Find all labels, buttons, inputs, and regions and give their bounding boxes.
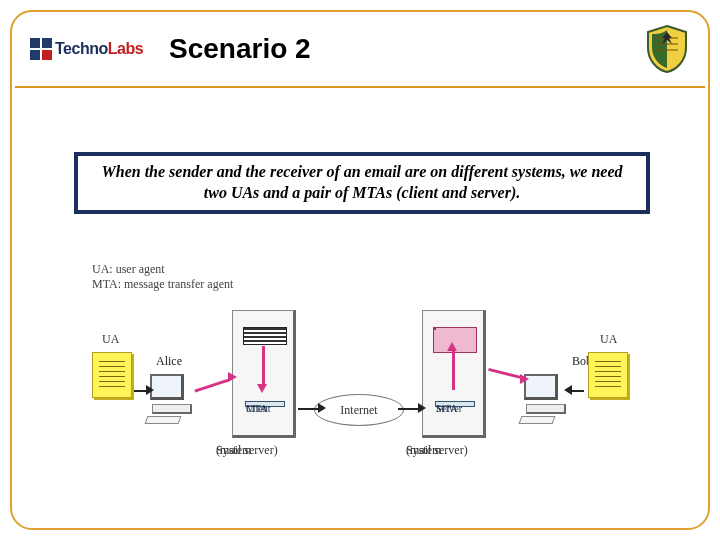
arrow-head-icon xyxy=(257,384,267,393)
diagram: UA Alice MTA Client System (mail server)… xyxy=(72,302,652,492)
slide-frame: TechnoLabs Scenario 2 When the sender an… xyxy=(10,10,710,530)
arrow-internet-to-mta xyxy=(398,408,420,410)
user-name-left: Alice xyxy=(156,354,182,369)
arrow-head-icon xyxy=(520,374,529,384)
internet-label: Internet xyxy=(340,403,377,418)
mta-client-l2: Client xyxy=(246,404,270,415)
message-icon-right xyxy=(588,352,628,398)
arrow-server-right-internal xyxy=(452,350,455,390)
arrow-head-icon xyxy=(228,372,237,382)
mta-client-box: MTA Client xyxy=(245,401,285,407)
arrow-head-icon xyxy=(447,342,457,351)
computer-icon-right xyxy=(524,374,568,418)
server-caption-right-l2: (mail server) xyxy=(406,444,468,458)
crest-icon xyxy=(644,24,690,74)
arrow-bob-to-note xyxy=(570,390,584,392)
message-icon-left xyxy=(92,352,132,398)
legend: UA: user agent MTA: message transfer age… xyxy=(92,262,233,292)
legend-ua: UA: user agent xyxy=(92,262,233,277)
arrow-server-left-internal xyxy=(262,346,265,386)
caption-box: When the sender and the receiver of an e… xyxy=(74,152,650,214)
arrow-mta-to-internet xyxy=(298,408,320,410)
brand-logo-text: TechnoLabs xyxy=(55,40,143,58)
legend-mta: MTA: message transfer agent xyxy=(92,277,233,292)
server-caption-left-l2: (mail server) xyxy=(216,444,278,458)
slide-header: TechnoLabs Scenario 2 xyxy=(12,12,708,86)
ua-label-left: UA xyxy=(102,332,119,347)
mta-server-l2: Server xyxy=(436,404,462,415)
arrow-head-icon xyxy=(146,385,154,395)
brand-logo: TechnoLabs xyxy=(30,38,143,60)
brand-primary: Techno xyxy=(55,40,108,57)
header-divider xyxy=(15,86,705,88)
spool-icon xyxy=(243,327,287,345)
internet-node: Internet xyxy=(314,394,404,426)
brand-logo-mark xyxy=(30,38,52,60)
arrow-head-icon xyxy=(564,385,572,395)
ua-label-right: UA xyxy=(600,332,617,347)
computer-icon-left xyxy=(150,374,194,418)
arrow-head-icon xyxy=(418,403,426,413)
arrow-alice-to-server xyxy=(194,379,229,393)
mta-server-box: MTA Server xyxy=(435,401,475,407)
brand-secondary: Labs xyxy=(108,40,143,57)
arrow-head-icon xyxy=(318,403,326,413)
arrow-server-to-bob xyxy=(488,368,522,379)
slide-title: Scenario 2 xyxy=(169,33,311,65)
